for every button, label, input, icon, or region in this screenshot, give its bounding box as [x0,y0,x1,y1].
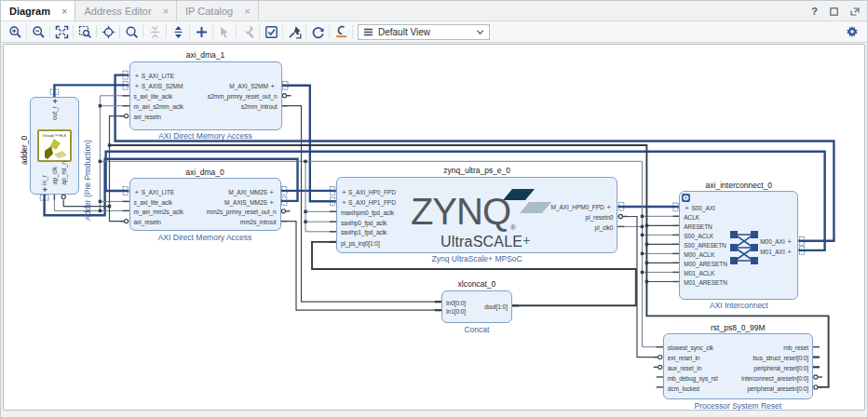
pin-ACLK[interactable]: ACLK [684,213,699,222]
close-icon[interactable]: × [242,6,251,17]
wire-adder-out_r-to-dma1-s_axis_s2mm[interactable] [54,85,129,97]
pin-maxihpm0_fpd_aclk[interactable]: maxihpm0_fpd_aclk [341,209,394,217]
pin-m_axi_s2mm_aclk[interactable]: m_axi_s2mm_aclk [134,102,183,111]
make-connection-icon[interactable] [214,23,235,41]
pin-M_AXI_MM2S[interactable]: M_AXI_MM2S+ [228,188,276,196]
block-rst_ps8_0_99M[interactable]: rst_ps8_0_99M Processor System Reset slo… [663,333,813,399]
zoom-in-icon[interactable] [5,23,25,41]
pin-out_r[interactable]: out_r [51,106,58,120]
add-ip-icon[interactable] [191,23,211,41]
pin-M00_ARESETN[interactable]: M00_ARESETN [684,260,727,268]
block-zynq_ultra_ps_e_0[interactable]: zynq_ultra_ps_e_0 Zynq UltraScale+ MPSoC… [336,177,618,253]
pin-S_AXIS_S2MM[interactable]: +S_AXIS_S2MM [134,82,183,90]
pin-ext_reset_in[interactable]: ext_reset_in [668,354,700,362]
pin-axi_resetn[interactable]: axi_resetn [134,113,161,121]
toolbar-separator [96,25,97,38]
pin-S00_AXI[interactable]: +S00_AXI [684,204,715,212]
pin-ap_clk[interactable]: ap_clk [51,167,58,184]
pin-saxihp1_fpd_aclk[interactable]: saxihp1_fpd_aclk [341,228,387,236]
pin-S_AXI_LITE[interactable]: +S_AXI_LITE [134,72,174,80]
pin-dcm_locked[interactable]: dcm_locked [668,384,699,393]
view-selector-dropdown[interactable]: Default View [358,24,490,40]
regenerate-layout-icon[interactable] [307,23,328,41]
pin-label: M00_ACLK [684,250,714,259]
pin-M01_ACLK[interactable]: M01_ACLK [684,269,714,277]
pin-s2mm_introut[interactable]: s2mm_introut [241,102,278,111]
pin-s_axi_lite_aclk[interactable]: s_axi_lite_aclk [134,92,172,101]
pin-axi_resetn[interactable]: axi_resetn [134,218,161,226]
pin-label: bus_struct_reset[0:0] [753,354,808,362]
expand-all-icon[interactable] [168,23,188,41]
interface-connections-icon[interactable] [331,23,351,41]
settings-gear-button[interactable] [846,25,859,42]
pin-bus_struct_reset[0:0][interactable]: bus_struct_reset[0:0] [753,354,808,362]
help-icon[interactable]: ? [811,7,818,17]
pin-M_AXIS_MM2S[interactable]: M_AXIS_MM2S+ [224,198,276,207]
pin-saxihp0_fpd_aclk[interactable]: saxihp0_fpd_aclk [341,219,387,227]
pin-aux_reset_in[interactable]: aux_reset_in [668,364,702,372]
diagram-canvas[interactable]: adder_0 Adder (Pre Production) Vivado™ H… [3,44,865,411]
block-customize-badge[interactable] [682,194,690,202]
pin-location-icon[interactable] [284,23,305,41]
pin-In1[0:0][interactable]: In1[0:0] [446,307,466,316]
wire-pl_resetn0-to-ext_reset_in[interactable] [617,217,658,357]
collapse-cores-icon[interactable] [144,23,165,41]
block-axi_dma_1[interactable]: axi_dma_1 AXI Direct Memory Access +S_AX… [129,61,282,130]
close-icon[interactable]: × [60,6,69,17]
tab-address-editor[interactable]: Address Editor × [75,1,177,20]
block-axi_dma_0[interactable]: axi_dma_0 AXI Direct Memory Access +S_AX… [129,178,281,231]
block-caption: AXI Interconnect [643,301,834,310]
pin-circle [814,385,818,389]
pin-M00_ACLK[interactable]: M00_ACLK [684,250,714,259]
pin-ARESETN[interactable]: ARESETN [684,222,712,231]
pin-S_AXI_LITE[interactable]: +S_AXI_LITE [134,188,174,196]
pin-label: m_axi_s2mm_aclk [134,102,183,111]
pin-M_AXI_S2MM[interactable]: M_AXI_S2MM+ [229,82,277,90]
pin-M01_AXI[interactable]: M01_AXI+ [760,248,793,256]
maximize-icon[interactable] [830,7,838,16]
pin-s_axi_lite_aclk[interactable]: s_axi_lite_aclk [134,198,172,207]
pin-S_AXI_HP1_FPD[interactable]: +S_AXI_HP1_FPD [341,198,396,207]
junction-dot [99,209,102,212]
block-axi_interconnect_0[interactable]: axi_interconnect_0 AXI Interconnect +S00… [679,191,798,300]
pin-s2mm_prmry_reset_out_n[interactable]: s2mm_prmry_reset_out_n [208,92,278,101]
tab-ip-catalog[interactable]: IP Catalog × [177,1,259,20]
pin-S00_ARESETN[interactable]: S00_ARESETN [684,241,726,249]
pin-M00_AXI[interactable]: M00_AXI+ [760,237,793,246]
pin-ap_rst_n[interactable]: ap_rst_n [61,161,67,185]
validate-design-icon[interactable] [261,23,281,41]
pin-m_axi_mm2s_aclk[interactable]: m_axi_mm2s_aclk [134,208,183,216]
pin-pl_clk0[interactable]: pl_clk0 [595,223,614,232]
pin-M01_ARESETN[interactable]: M01_ARESETN [684,278,727,287]
pin-circle [125,220,129,223]
customize-block-icon[interactable] [237,23,258,41]
pin-peripheral_reset[0:0][interactable]: peripheral_reset[0:0] [754,364,808,372]
pin-S00_ACLK[interactable]: S00_ACLK [684,232,713,240]
block-adder_0[interactable]: adder_0 Adder (Pre Production) Vivado™ H… [30,97,79,195]
pin-mb_debug_sys_rst[interactable]: mb_debug_sys_rst [668,374,718,383]
pin-slowest_sync_clk[interactable]: slowest_sync_clk [668,344,713,352]
zoom-fit-icon[interactable] [51,23,72,41]
zoom-out-icon[interactable] [28,23,48,41]
pin-dout[1:0][interactable]: dout[1:0] [484,303,508,311]
wire-dma1-m_axi_s2mm-to-zynq-hp1[interactable] [282,86,336,202]
pin-label: M01_AXI [760,248,784,256]
float-window-icon[interactable] [850,7,860,16]
interface-pin-icon [331,197,335,206]
pin-interconnect_aresetn[0:0][interactable]: interconnect_aresetn[0:0] [741,374,808,383]
close-icon[interactable]: × [161,6,170,17]
pin-S_AXI_HP0_FPD[interactable]: +S_AXI_HP0_FPD [341,188,396,196]
autofit-selection-icon[interactable] [98,23,118,41]
pin-peripheral_aresetn[0:0][interactable]: peripheral_aresetn[0:0] [747,384,808,393]
pin-in_r[interactable]: in_r [41,175,47,185]
tab-diagram[interactable]: Diagram × [1,1,75,20]
block-xlconcat_0[interactable]: xlconcat_0 Concat In0[0:0] In1[0:0] dout… [441,290,512,324]
pin-pl_ps_irq0[1:0][interactable]: pl_ps_irq0[1:0] [341,239,380,248]
pin-mm2s_introut[interactable]: mm2s_introut [240,218,277,226]
zoom-selection-icon[interactable] [75,23,95,41]
crossbar-icon [728,228,760,265]
pin-In0[0:0][interactable]: In0[0:0] [446,299,466,307]
search-icon[interactable] [121,23,142,41]
pin-mb_reset[interactable]: mb_reset [783,344,808,352]
pin-mm2s_prmry_reset_out_n[interactable]: mm2s_prmry_reset_out_n [207,208,277,216]
